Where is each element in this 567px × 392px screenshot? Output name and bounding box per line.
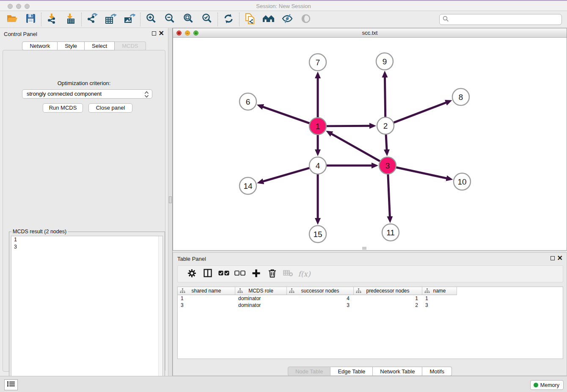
edge-2-9[interactable] bbox=[385, 76, 385, 117]
cell-predecessor-nodes[interactable]: 1 bbox=[354, 295, 422, 302]
result-scrollbar[interactable] bbox=[158, 236, 162, 389]
edge-3-10[interactable] bbox=[396, 167, 448, 178]
cell-predecessor-nodes[interactable]: 2 bbox=[354, 302, 422, 309]
close-panel-button[interactable]: Close panel bbox=[88, 103, 132, 113]
column-header-shared-name[interactable]: shared name bbox=[178, 287, 235, 295]
columns-icon bbox=[204, 269, 212, 279]
node-7[interactable]: 7 bbox=[309, 54, 326, 71]
optimization-criterion-select[interactable]: strongly connected component bbox=[22, 89, 152, 99]
home-button[interactable] bbox=[259, 12, 278, 27]
tab-style[interactable]: Style bbox=[58, 41, 85, 50]
delete-table-icon bbox=[283, 270, 293, 278]
table-row[interactable]: 1dominator411 bbox=[178, 295, 563, 302]
export-network-button[interactable] bbox=[83, 12, 102, 27]
column-label: predecessor nodes bbox=[366, 288, 409, 294]
result-item[interactable]: 3 bbox=[11, 243, 162, 251]
tab-motifs[interactable]: Motifs bbox=[422, 367, 452, 376]
node-14[interactable]: 14 bbox=[239, 177, 256, 194]
export-image-button[interactable] bbox=[120, 12, 139, 27]
delete-column-button[interactable] bbox=[264, 267, 280, 281]
cell-successor-nodes[interactable]: 3 bbox=[287, 302, 354, 309]
tab-mcds[interactable]: MCDS bbox=[115, 41, 146, 50]
import-network-button[interactable] bbox=[43, 12, 61, 27]
tab-network[interactable]: Network bbox=[22, 41, 58, 50]
zoom-fit-button[interactable] bbox=[179, 12, 198, 27]
node-table[interactable]: shared nameMCDS rolesuccessor nodesprede… bbox=[177, 287, 563, 359]
svg-text:7: 7 bbox=[316, 58, 320, 67]
cell-shared-name[interactable]: 1 bbox=[178, 295, 235, 302]
splitter-handle-icon[interactable] bbox=[169, 196, 172, 203]
node-1[interactable]: 1 bbox=[309, 118, 326, 135]
cell-name[interactable]: 3 bbox=[422, 302, 457, 309]
zoom-in-button[interactable] bbox=[142, 12, 160, 27]
mcds-result-list[interactable]: 13 bbox=[11, 236, 163, 389]
import-table-button[interactable] bbox=[61, 12, 80, 27]
svg-text:10: 10 bbox=[457, 177, 466, 186]
delete-table-button[interactable] bbox=[280, 267, 296, 281]
result-item[interactable]: 1 bbox=[11, 236, 162, 243]
search-input[interactable] bbox=[449, 15, 561, 24]
canvas-scrollbar-thumb[interactable] bbox=[362, 247, 366, 250]
node-3[interactable]: 3 bbox=[379, 157, 396, 174]
deselect-all-button[interactable] bbox=[232, 267, 248, 281]
edge-3-1[interactable] bbox=[330, 133, 380, 161]
select-all-button[interactable] bbox=[216, 267, 232, 281]
column-header-predecessor-nodes[interactable]: predecessor nodes bbox=[354, 287, 422, 295]
table-options-button[interactable] bbox=[184, 267, 200, 281]
export-table-button[interactable] bbox=[102, 12, 120, 27]
cell-successor-nodes[interactable]: 4 bbox=[287, 295, 354, 302]
tab-network-table[interactable]: Network Table bbox=[373, 367, 422, 376]
edge-4-14[interactable] bbox=[262, 168, 310, 182]
tab-node-table[interactable]: Node Table bbox=[288, 367, 331, 376]
zoom-out-button[interactable] bbox=[160, 12, 179, 27]
edge-1-2[interactable] bbox=[326, 126, 371, 126]
cell-mcds-role[interactable]: dominator bbox=[235, 302, 287, 309]
node-6[interactable]: 6 bbox=[239, 93, 256, 110]
optimization-criterion-value: strongly connected component bbox=[27, 91, 102, 97]
edge-1-6[interactable] bbox=[262, 107, 310, 124]
show-columns-button[interactable] bbox=[200, 267, 216, 281]
table-tabs: Node TableEdge TableNetwork TableMotifs bbox=[173, 367, 567, 376]
control-panel-float-button[interactable] bbox=[152, 31, 156, 36]
search-box[interactable] bbox=[439, 14, 562, 25]
network-canvas[interactable]: 7968124314101511 bbox=[173, 38, 567, 250]
cell-shared-name[interactable]: 3 bbox=[178, 302, 235, 309]
show-panel-list-button[interactable] bbox=[4, 379, 18, 390]
node-10[interactable]: 10 bbox=[454, 173, 471, 190]
cell-mcds-role[interactable]: dominator bbox=[235, 295, 287, 302]
add-column-button[interactable] bbox=[248, 267, 264, 281]
panel-splitter[interactable] bbox=[168, 28, 173, 376]
memory-button[interactable]: Memory bbox=[530, 380, 564, 390]
duplicate-network-button[interactable] bbox=[241, 12, 259, 27]
network-window-titlebar[interactable]: ✕ − + scc.txt bbox=[173, 28, 567, 38]
node-11[interactable]: 11 bbox=[382, 224, 399, 241]
node-8[interactable]: 8 bbox=[452, 88, 469, 105]
edge-2-3[interactable] bbox=[386, 134, 387, 151]
node-4[interactable]: 4 bbox=[309, 157, 326, 174]
zoom-selected-button[interactable] bbox=[198, 12, 216, 27]
column-header-name[interactable]: name bbox=[422, 287, 457, 295]
hide-panels-button[interactable] bbox=[278, 12, 297, 27]
save-session-button[interactable] bbox=[21, 12, 40, 27]
tab-select[interactable]: Select bbox=[85, 41, 115, 50]
table-panel-close-icon[interactable]: ✕ bbox=[557, 254, 563, 262]
preview-button[interactable] bbox=[297, 12, 315, 27]
function-builder-button[interactable]: f(x) bbox=[296, 267, 312, 281]
node-2[interactable]: 2 bbox=[377, 117, 394, 134]
run-mcds-button[interactable]: Run MCDS bbox=[43, 103, 83, 113]
open-session-button[interactable] bbox=[3, 12, 21, 27]
node-15[interactable]: 15 bbox=[309, 226, 326, 243]
refresh-layout-button[interactable] bbox=[219, 12, 238, 27]
column-header-successor-nodes[interactable]: successor nodes bbox=[287, 287, 354, 295]
app-titlebar: Session: New Session bbox=[0, 0, 567, 11]
edge-2-8[interactable] bbox=[394, 102, 447, 122]
tab-edge-table[interactable]: Edge Table bbox=[330, 367, 373, 376]
cell-name[interactable]: 1 bbox=[422, 295, 457, 302]
column-header-mcds-role[interactable]: MCDS role bbox=[235, 287, 287, 295]
table-panel-float-button[interactable] bbox=[550, 256, 555, 260]
table-row[interactable]: 3dominator323 bbox=[178, 302, 563, 309]
edge-3-11[interactable] bbox=[388, 174, 390, 218]
main-toolbar bbox=[0, 11, 567, 28]
node-9[interactable]: 9 bbox=[376, 53, 393, 70]
control-panel-close-icon[interactable]: ✕ bbox=[159, 29, 164, 38]
